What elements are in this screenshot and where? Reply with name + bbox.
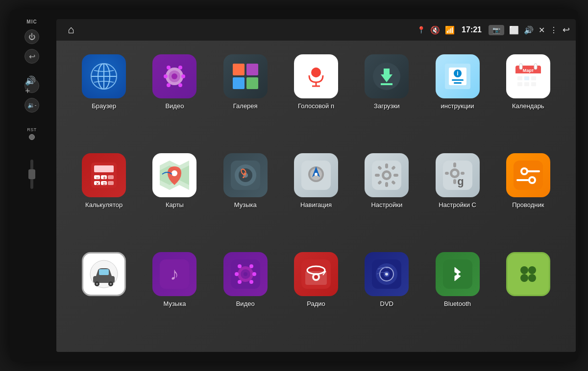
- svg-rect-36: [519, 64, 522, 70]
- svg-rect-45: [94, 165, 114, 172]
- mute-icon: 🔇: [430, 25, 440, 35]
- app-music1[interactable]: ♪ Музыка: [213, 149, 278, 213]
- video1-label: Видео: [165, 102, 184, 110]
- downloads-label: Загрузки: [374, 102, 399, 110]
- music1-icon: ♪: [223, 153, 268, 197]
- app-filemanager[interactable]: Проводник: [495, 149, 561, 213]
- svg-rect-86: [461, 172, 465, 175]
- svg-rect-15: [246, 64, 258, 75]
- back-hw-button[interactable]: ↩: [24, 49, 39, 64]
- svg-rect-37: [534, 64, 537, 70]
- app-car[interactable]: [71, 248, 137, 304]
- settings2-label: Настройки С: [439, 201, 476, 209]
- instructions-icon: i: [436, 54, 480, 98]
- svg-point-101: [96, 283, 98, 285]
- svg-rect-16: [233, 77, 245, 89]
- app-voice[interactable]: Голосовой п: [283, 50, 349, 114]
- svg-rect-42: [524, 82, 529, 86]
- svg-point-131: [528, 274, 536, 282]
- app-calendar[interactable]: Март Календарь: [495, 50, 561, 114]
- app-navigation[interactable]: Навигация: [283, 149, 349, 213]
- filemanager-label: Проводник: [512, 201, 544, 209]
- app-maps[interactable]: Карты: [142, 149, 207, 213]
- app-settings2[interactable]: g Настройки С: [424, 149, 490, 213]
- screenshot-button[interactable]: 📷: [489, 25, 504, 35]
- svg-point-128: [520, 266, 528, 274]
- svg-point-130: [520, 274, 528, 282]
- svg-rect-43: [531, 82, 536, 86]
- svg-point-13: [167, 83, 171, 87]
- svg-point-71: [384, 173, 389, 178]
- app-music2[interactable]: ♪ Музыка: [142, 248, 207, 312]
- svg-point-82: [452, 171, 457, 176]
- more-vert-icon[interactable]: ⋮: [550, 25, 558, 35]
- calendar-label: Календарь: [512, 102, 544, 110]
- settings2-icon: g: [436, 153, 480, 197]
- app-allapps[interactable]: [495, 248, 561, 304]
- app-grid: Браузер Видео: [56, 41, 576, 352]
- svg-point-127: [514, 259, 543, 289]
- wifi-icon: 📶: [445, 25, 455, 35]
- svg-rect-48: [108, 175, 114, 179]
- app-bluetooth[interactable]: Bluetooth: [424, 248, 490, 312]
- svg-point-108: [244, 272, 247, 276]
- home-button[interactable]: ⌂: [62, 21, 80, 39]
- svg-point-111: [252, 272, 256, 276]
- svg-rect-88: [514, 161, 543, 190]
- mic-label: MIC: [26, 19, 37, 24]
- video1-icon: [152, 54, 196, 98]
- voice-icon: [294, 54, 338, 98]
- app-video1[interactable]: Видео: [142, 50, 207, 114]
- volume-down-button[interactable]: 🔉-: [24, 98, 39, 113]
- video2-label: Видео: [236, 300, 255, 308]
- power-button[interactable]: ⏻: [24, 29, 39, 44]
- volume-icon[interactable]: 🔊: [524, 25, 534, 35]
- svg-point-8: [178, 66, 182, 70]
- app-radio[interactable]: Радио: [283, 248, 349, 312]
- gallery-label: Галерея: [233, 102, 258, 110]
- svg-point-9: [167, 66, 171, 70]
- svg-rect-98: [99, 269, 109, 275]
- app-settings1[interactable]: Настройки: [354, 149, 419, 213]
- app-dvd[interactable]: DVD: [354, 248, 419, 312]
- app-calculator[interactable]: − + × = Калькулятор: [71, 149, 137, 213]
- volume-up-button[interactable]: 🔊+: [24, 78, 39, 93]
- svg-text:♪: ♪: [242, 168, 247, 181]
- location-icon: 📍: [417, 26, 425, 34]
- maps-icon: [152, 153, 196, 197]
- svg-point-11: [164, 74, 168, 78]
- window-icon[interactable]: ⬜: [509, 25, 519, 35]
- close-screen-icon[interactable]: ✕: [539, 25, 545, 35]
- navigation-label: Навигация: [300, 201, 332, 209]
- clock: 17:21: [462, 25, 482, 34]
- browser-label: Браузер: [92, 102, 116, 110]
- app-downloads[interactable]: Загрузки: [354, 50, 419, 114]
- rst-button[interactable]: [29, 134, 35, 140]
- music2-icon: ♪: [152, 252, 196, 296]
- svg-point-109: [249, 264, 253, 268]
- svg-point-10: [181, 74, 185, 78]
- radio-icon: [294, 252, 338, 296]
- svg-point-119: [314, 275, 318, 279]
- svg-point-129: [528, 266, 536, 274]
- app-video2[interactable]: Видео: [213, 248, 278, 312]
- navigation-icon: [294, 153, 338, 197]
- svg-rect-17: [246, 77, 258, 89]
- rst-label: RST: [27, 127, 37, 132]
- svg-rect-73: [385, 182, 388, 187]
- svg-rect-38: [517, 76, 522, 80]
- dvd-icon: [365, 252, 409, 296]
- back-icon[interactable]: ↩: [563, 24, 570, 35]
- app-browser[interactable]: Браузер: [71, 50, 137, 114]
- downloads-icon: [365, 54, 409, 98]
- app-instructions[interactable]: i инструкции: [424, 50, 490, 114]
- svg-text:g: g: [457, 175, 464, 187]
- brightness-slider[interactable]: [30, 160, 33, 189]
- maps-label: Карты: [166, 201, 184, 209]
- svg-rect-72: [385, 163, 388, 168]
- svg-text:−: −: [96, 175, 99, 181]
- app-gallery[interactable]: Галерея: [213, 50, 278, 114]
- screen: ⌂ 📍 🔇 📶 17:21 📷 ⬜ 🔊 ✕ ⋮ ↩: [56, 19, 576, 352]
- svg-rect-20: [313, 68, 319, 77]
- svg-rect-14: [233, 64, 245, 75]
